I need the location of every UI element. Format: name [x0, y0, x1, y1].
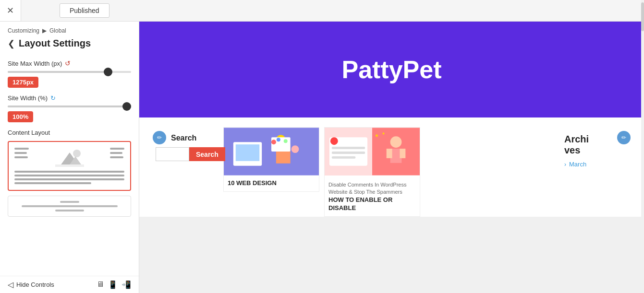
svg-rect-25	[400, 149, 405, 158]
svg-point-14	[284, 139, 288, 143]
sidebar: Customizing ▶ Global ❮ Layout Settings S…	[0, 22, 139, 293]
svg-text:★: ★	[382, 131, 385, 136]
site-max-width-slider[interactable]	[8, 71, 131, 73]
sidebar-wrapper: Customizing ▶ Global ❮ Layout Settings S…	[0, 22, 139, 293]
archive-item-label: March	[569, 161, 586, 168]
desktop-icon[interactable]: 🖥	[97, 280, 104, 289]
content-grid: ✏ Search Search	[139, 117, 644, 217]
sidebar-scroll-area: Site Max Width (px) ↺ 1275px Site Width …	[0, 55, 139, 276]
site-max-width-reset-icon[interactable]: ↺	[65, 59, 71, 67]
search-widget-edit-icon[interactable]: ✏	[153, 131, 166, 144]
main-layout: Customizing ▶ Global ❮ Layout Settings S…	[0, 22, 644, 293]
svg-rect-24	[387, 149, 392, 158]
layout-option-2[interactable]	[8, 196, 131, 217]
svg-rect-3	[55, 164, 84, 167]
mobile-icon[interactable]: 📲	[122, 280, 131, 289]
site-width-label: Site Width (%) ↻	[8, 94, 131, 102]
post-card-1: 10 WEB DESIGN	[223, 127, 319, 192]
post-card-2-excerpt: Disable Comments In WordPress Website & …	[328, 181, 416, 196]
post-card-2-title: HOW TO ENABLE OR DISABLE	[328, 196, 416, 212]
back-icon: ❮	[8, 38, 15, 49]
sidebar-bottom: ◁ Hide Controls 🖥 📱 📲	[0, 276, 139, 293]
breadcrumb-global[interactable]: Global	[49, 27, 66, 34]
site-max-width-thumb[interactable]	[104, 68, 112, 76]
site-width-reset-icon[interactable]: ↻	[50, 94, 56, 102]
svg-point-18	[330, 137, 338, 145]
svg-point-0	[73, 150, 81, 157]
post-card-2-image: ★ ★	[325, 128, 420, 176]
hide-controls-icon: ◁	[8, 280, 13, 289]
sidebar-scrollbar	[641, 22, 644, 293]
hero-section: PattyPet	[139, 22, 644, 117]
hide-controls-button[interactable]: ◁ Hide Controls	[8, 280, 54, 289]
svg-point-10	[292, 145, 299, 153]
site-max-width-label: Site Max Width (px) ↺	[8, 59, 131, 67]
content-layout-label: Content Layout	[8, 129, 131, 136]
device-icons: 🖥 📱 📲	[97, 280, 131, 289]
svg-rect-7	[236, 144, 260, 161]
svg-text:★: ★	[375, 133, 379, 138]
svg-point-12	[271, 140, 276, 144]
top-bar: ✕ Published	[0, 0, 644, 22]
archives-widget: ✏ Archi ves › March	[558, 127, 634, 175]
publish-button[interactable]: Published	[60, 3, 109, 18]
archive-arrow-icon: ›	[564, 161, 566, 168]
preview-area: PattyPet ✏ Search Search	[139, 22, 644, 293]
svg-point-13	[277, 138, 280, 141]
tablet-icon[interactable]: 📱	[108, 280, 118, 289]
search-input-container: Search	[156, 147, 217, 161]
sidebar-content: Site Max Width (px) ↺ 1275px Site Width …	[0, 55, 139, 226]
back-button[interactable]: ❮ Layout Settings	[0, 36, 139, 55]
svg-rect-11	[271, 137, 291, 152]
svg-rect-21	[332, 156, 356, 159]
post-card-1-title: 10 WEB DESIGN	[228, 179, 315, 188]
close-button[interactable]: ✕	[0, 0, 21, 21]
hide-controls-label: Hide Controls	[16, 281, 54, 288]
site-width-value: 100%	[8, 111, 33, 122]
layout-option-1[interactable]	[8, 141, 131, 191]
archives-widget-edit-icon[interactable]: ✏	[617, 131, 631, 144]
close-icon: ✕	[7, 5, 14, 16]
breadcrumb-arrow-icon: ▶	[42, 27, 47, 34]
post-card-1-image	[224, 128, 319, 176]
site-width-thumb[interactable]	[122, 102, 131, 111]
search-widget: ✏ Search Search	[149, 127, 223, 168]
breadcrumb-customizing[interactable]: Customizing	[8, 27, 39, 34]
svg-point-22	[390, 136, 402, 148]
hero-title: PattyPet	[341, 55, 441, 84]
svg-rect-19	[332, 147, 365, 149]
search-submit-button[interactable]: Search	[189, 147, 225, 161]
archive-item-march[interactable]: › March	[564, 161, 628, 168]
search-input[interactable]	[156, 147, 189, 161]
site-width-slider[interactable]	[8, 105, 131, 107]
breadcrumb: Customizing ▶ Global	[0, 22, 139, 36]
section-title: Layout Settings	[19, 38, 91, 49]
svg-rect-20	[332, 152, 365, 154]
post-card-2: ★ ★ Disable Comments In WordPress Websit…	[324, 127, 420, 217]
site-max-width-value: 1275px	[8, 77, 38, 88]
